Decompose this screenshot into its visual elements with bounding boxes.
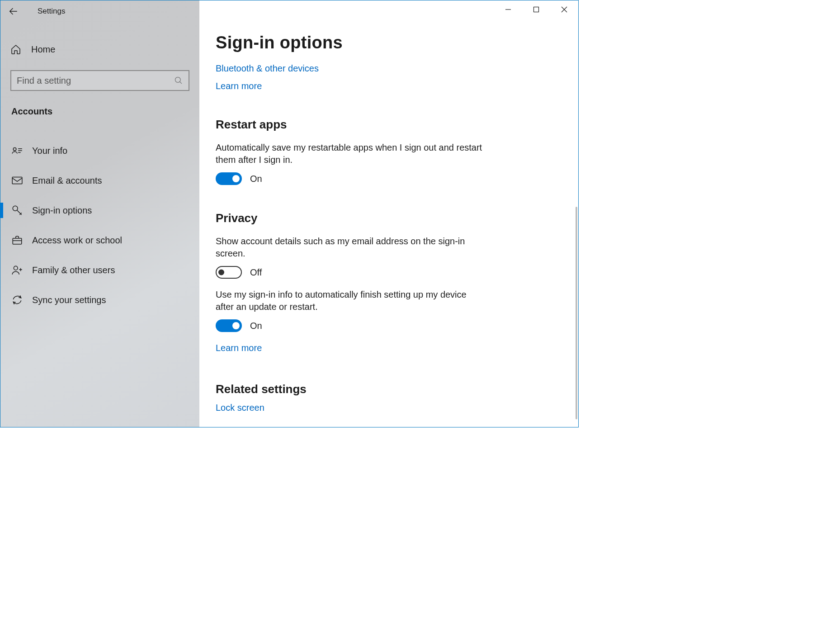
toggle-state-label: On — [250, 321, 262, 331]
nav-label: Sign-in options — [32, 205, 92, 216]
sidebar-nav: Your info Email & accounts Sign-in optio… — [0, 136, 199, 315]
link-learn-more-privacy[interactable]: Learn more — [216, 343, 262, 353]
people-add-icon — [11, 264, 23, 276]
toggle-knob — [218, 270, 224, 275]
content-area: Sign-in options Bluetooth & other device… — [199, 0, 578, 427]
sidebar-item-access-work-school[interactable]: Access work or school — [0, 225, 199, 255]
back-arrow-icon — [8, 6, 18, 16]
svg-point-3 — [13, 206, 18, 211]
sidebar-item-email-accounts[interactable]: Email & accounts — [0, 166, 199, 195]
toggle-show-account-details[interactable] — [216, 266, 242, 279]
briefcase-icon — [11, 234, 23, 246]
sidebar-item-sign-in-options[interactable]: Sign-in options — [0, 195, 199, 225]
nav-label: Access work or school — [32, 235, 122, 246]
svg-point-1 — [13, 148, 16, 151]
link-lock-screen[interactable]: Lock screen — [216, 403, 264, 413]
nav-label: Family & other users — [32, 265, 115, 275]
scrollable-content[interactable]: Sign-in options Bluetooth & other device… — [199, 0, 574, 427]
toggle-finish-setup[interactable] — [216, 319, 242, 332]
section-restart-apps: Restart apps — [216, 118, 557, 132]
nav-label: Sync your settings — [32, 295, 106, 305]
home-label: Home — [31, 44, 55, 55]
page-title: Sign-in options — [216, 33, 557, 52]
sidebar-item-family-users[interactable]: Family & other users — [0, 255, 199, 285]
titlebar-left: Settings — [0, 0, 199, 22]
sidebar-home[interactable]: Home — [0, 35, 199, 64]
scrollbar-thumb[interactable] — [576, 207, 577, 419]
back-button[interactable] — [0, 0, 26, 22]
nav-label: Email & accounts — [32, 176, 102, 186]
svg-point-5 — [14, 266, 18, 270]
svg-rect-4 — [13, 238, 22, 244]
toggle-state-label: Off — [250, 267, 262, 278]
svg-rect-2 — [12, 177, 22, 184]
restart-apps-description: Automatically save my restartable apps w… — [216, 142, 487, 166]
search-container: Find a setting — [10, 70, 189, 91]
toggle-row-show-account-details: Off — [216, 266, 557, 279]
sidebar-category: Accounts — [11, 106, 199, 117]
search-placeholder: Find a setting — [17, 76, 174, 86]
search-input[interactable]: Find a setting — [10, 70, 189, 91]
sidebar-item-sync-settings[interactable]: Sync your settings — [0, 285, 199, 315]
privacy-desc-2: Use my sign-in info to automatically fin… — [216, 289, 487, 313]
sidebar: Settings Home Find a setting Accounts — [0, 0, 199, 427]
settings-window: Settings Home Find a setting Accounts — [0, 0, 579, 427]
link-bluetooth-devices[interactable]: Bluetooth & other devices — [216, 63, 319, 74]
toggle-row-finish-setup: On — [216, 319, 557, 332]
home-icon — [10, 44, 21, 55]
nav-label: Your info — [32, 146, 67, 156]
section-related-settings: Related settings — [216, 382, 557, 396]
link-learn-more-top[interactable]: Learn more — [216, 81, 262, 91]
toggle-state-label: On — [250, 174, 262, 184]
toggle-row-restart-apps: On — [216, 172, 557, 185]
privacy-desc-1: Show account details such as my email ad… — [216, 235, 487, 260]
toggle-knob — [232, 322, 240, 329]
section-privacy: Privacy — [216, 211, 557, 225]
toggle-restart-apps[interactable] — [216, 172, 242, 185]
app-title: Settings — [38, 7, 65, 16]
toggle-knob — [232, 175, 240, 182]
sidebar-item-your-info[interactable]: Your info — [0, 136, 199, 166]
person-card-icon — [11, 145, 23, 157]
key-icon — [11, 204, 23, 216]
sync-icon — [11, 294, 23, 306]
search-icon — [174, 76, 183, 85]
mail-icon — [11, 175, 23, 186]
